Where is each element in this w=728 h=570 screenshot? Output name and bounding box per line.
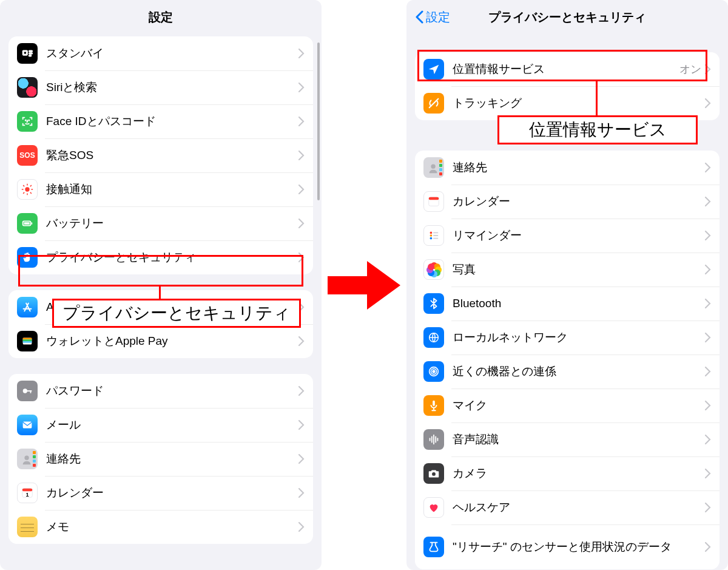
row-battery[interactable]: バッテリー [8, 206, 313, 240]
svg-rect-26 [23, 422, 32, 429]
row-calendar[interactable]: カレンダー [415, 185, 720, 219]
row-label: カレンダー [453, 194, 705, 209]
row-label: カメラ [453, 466, 705, 481]
hand-privacy-icon [17, 247, 38, 268]
chevron-right-icon [298, 488, 305, 498]
svg-point-41 [433, 370, 435, 373]
exposure-icon [17, 179, 38, 200]
row-contacts-left[interactable]: 連絡先 [8, 442, 313, 476]
chevron-right-icon [705, 542, 711, 552]
svg-rect-4 [29, 55, 32, 56]
battery-icon [17, 213, 38, 234]
notes-icon [17, 517, 38, 537]
globe-icon [423, 327, 444, 348]
row-label: リマインダー [453, 228, 705, 243]
svg-point-1 [24, 51, 27, 55]
svg-rect-39 [433, 238, 438, 239]
appstore-icon [17, 297, 38, 317]
svg-rect-37 [433, 232, 438, 234]
row-label: 写真 [453, 262, 705, 277]
row-label: 緊急SOS [46, 148, 298, 163]
row-label: パスワード [46, 384, 298, 398]
row-mail[interactable]: メール [8, 408, 313, 442]
svg-rect-45 [433, 408, 434, 410]
connector-line-right [596, 81, 598, 115]
row-siri[interactable]: Siriと検索 [8, 70, 313, 104]
row-label: カレンダー [46, 486, 298, 500]
row-label: 音声認識 [453, 432, 705, 447]
row-label: "リサーチ" のセンサーと使用状況のデータ [453, 540, 705, 554]
siri-icon [17, 77, 38, 98]
row-privacy[interactable]: プライバシーとセキュリティ [8, 240, 313, 274]
row-localnet[interactable]: ローカルネットワーク [415, 321, 720, 355]
row-passwords[interactable]: パスワード [8, 374, 313, 408]
row-speech[interactable]: 音声認識 [415, 422, 720, 456]
svg-rect-38 [433, 235, 438, 236]
row-nearby[interactable]: 近くの機器との連係 [415, 355, 720, 388]
scrollbar[interactable] [317, 42, 320, 200]
row-reminders[interactable]: リマインダー [415, 219, 720, 253]
row-faceid[interactable]: Face IDとパスコード [8, 104, 313, 138]
faceid-icon [17, 111, 38, 132]
row-research[interactable]: "リサーチ" のセンサーと使用状況のデータ [415, 524, 720, 569]
row-mic[interactable]: マイク [415, 388, 720, 422]
row-label: 連絡先 [453, 160, 705, 175]
row-label: 連絡先 [46, 452, 298, 466]
row-label: 近くの機器との連係 [453, 364, 705, 379]
chevron-right-icon [298, 386, 305, 396]
row-notes[interactable]: メモ [8, 510, 313, 544]
row-location[interactable]: 位置情報サービス オン [415, 52, 720, 86]
privacy-group-2: 連絡先 カレンダー リマインダー [415, 151, 720, 569]
svg-line-14 [23, 192, 24, 194]
reminders-icon [423, 225, 444, 246]
svg-rect-25 [30, 390, 32, 393]
settings-group-1: スタンバイ Siriと検索 Face IDとパスコード SOS 緊急SOS [8, 36, 313, 274]
chevron-right-icon [705, 197, 711, 206]
chevron-right-icon [298, 219, 305, 228]
arrow-right-icon [328, 255, 400, 316]
chevron-right-icon [705, 231, 711, 240]
chevron-right-icon [298, 83, 305, 92]
privacy-group-1: 位置情報サービス オン トラッキング [415, 52, 720, 120]
row-calendar-left[interactable]: 1 カレンダー [8, 476, 313, 510]
row-health[interactable]: ヘルスケア [415, 490, 720, 524]
right-privacy-screen: 設定 プライバシーとセキュリティ 位置情報サービス オン トラッキング [406, 0, 728, 570]
svg-point-34 [430, 232, 433, 234]
row-bluetooth[interactable]: Bluetooth [415, 287, 720, 321]
chevron-right-icon [705, 265, 711, 274]
row-label: Face IDとパスコード [46, 114, 298, 129]
svg-rect-3 [29, 53, 33, 54]
svg-rect-22 [23, 341, 32, 343]
chevron-right-icon [298, 151, 305, 160]
row-detail: オン [679, 62, 701, 76]
svg-line-15 [30, 185, 32, 186]
row-camera[interactable]: カメラ [415, 456, 720, 490]
tracking-icon [423, 93, 444, 114]
svg-rect-44 [433, 401, 435, 406]
nav-back-button[interactable]: 設定 [415, 0, 450, 34]
nav-back-label: 設定 [426, 9, 450, 25]
chevron-right-icon [705, 299, 711, 308]
svg-point-6 [29, 120, 29, 121]
callout-privacy: プライバシーとセキュリティ [52, 299, 301, 328]
nav-bar-left: 設定 [0, 0, 322, 34]
row-wallet[interactable]: ウォレットとApple Pay [8, 324, 313, 358]
clock-icon [17, 43, 38, 64]
chevron-right-icon [705, 435, 711, 444]
row-label: メール [46, 418, 298, 432]
waveform-icon [423, 429, 444, 450]
callout-location: 位置情報サービス [497, 115, 698, 144]
svg-line-13 [30, 192, 32, 194]
connector-line-left [159, 287, 161, 300]
row-photos[interactable]: 写真 [415, 253, 720, 287]
svg-text:1: 1 [25, 492, 29, 498]
row-contacts[interactable]: 連絡先 [415, 151, 720, 185]
row-exposure[interactable]: 接触通知 [8, 172, 313, 206]
nav-title-right: プライバシーとセキュリティ [488, 9, 646, 25]
svg-line-12 [23, 185, 24, 186]
row-sos[interactable]: SOS 緊急SOS [8, 138, 313, 172]
svg-rect-33 [429, 197, 439, 200]
left-settings-screen: 設定 スタンバイ Siriと検索 Face IDとパスコード SOS 緊急SOS [0, 0, 322, 570]
svg-rect-20 [23, 338, 32, 340]
row-standby[interactable]: スタンバイ [8, 36, 313, 70]
